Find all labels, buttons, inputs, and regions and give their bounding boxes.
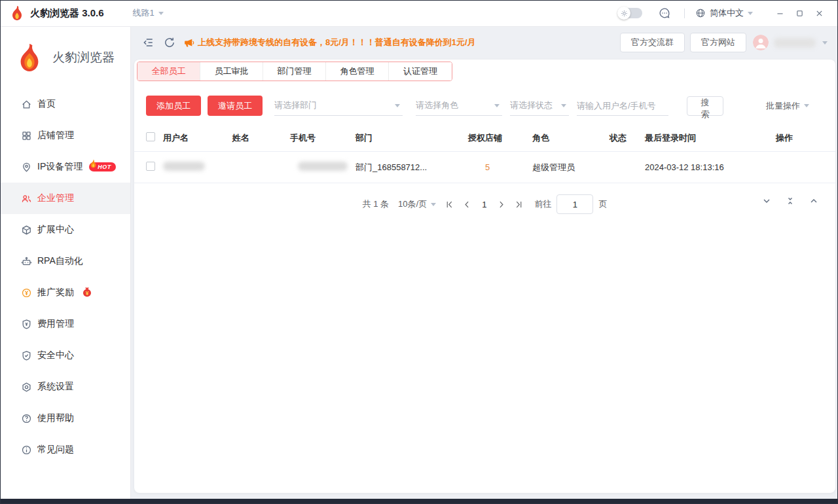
brand-flame-icon <box>14 43 45 73</box>
sidebar-item-faq[interactable]: 常见问题 <box>0 434 130 465</box>
tab-auth-management[interactable]: 认证管理 <box>389 62 452 81</box>
cell-last-login: 2024-03-12 18:13:16 <box>645 162 776 172</box>
sidebar-item-label: 企业管理 <box>37 192 74 204</box>
first-page-icon[interactable] <box>445 200 454 209</box>
tab-employee-approval[interactable]: 员工审批 <box>200 62 263 81</box>
table-row: 部门_168558712... 5 超级管理员 2024-03-12 18:13… <box>134 152 835 183</box>
tab-role-management[interactable]: 角色管理 <box>326 62 389 81</box>
next-page-icon[interactable] <box>497 200 505 209</box>
app-logo-flame-icon <box>9 5 25 21</box>
chevron-down-icon <box>494 104 500 107</box>
robot-icon <box>21 256 32 267</box>
panel-controls <box>748 196 818 206</box>
theme-toggle[interactable] <box>619 8 642 18</box>
shop-grid-icon <box>21 130 32 141</box>
hot-flame-icon <box>89 159 98 169</box>
filter-row: 添加员工 邀请员工 请选择部门 请选择角色 请选择状态 搜索 批量操作 <box>146 96 824 116</box>
line-selector[interactable]: 线路1 <box>133 7 164 19</box>
add-employee-button[interactable]: 添加员工 <box>146 96 201 116</box>
sidebar-item-security-center[interactable]: 安全中心 <box>0 340 130 371</box>
hot-badge-label: HOT <box>98 164 111 170</box>
chevron-up-icon[interactable] <box>809 196 818 206</box>
home-icon <box>21 99 32 110</box>
sidebar-item-enterprise[interactable]: 企业管理 <box>0 183 130 214</box>
cube-icon <box>21 225 32 236</box>
page-unit-label: 页 <box>598 198 607 210</box>
titlebar: 火豹浏览器 3.0.6 线路1 简体中文 <box>0 0 838 27</box>
main-area: 上线支持带跨境专线的自有设备，8元/月！！！普通自有设备降价到1元/月 官方交流… <box>132 27 838 499</box>
sun-icon <box>621 10 628 17</box>
tab-all-employees[interactable]: 全部员工 <box>137 62 200 81</box>
sidebar: 火豹浏览器 首页 店铺管理 IP设备管理 HOT 企业管理 扩展中心 <box>0 27 131 499</box>
sidebar-item-home[interactable]: 首页 <box>0 88 130 120</box>
chevron-down-icon[interactable] <box>762 196 771 206</box>
col-header-last-login: 最后登录时间 <box>645 132 776 144</box>
cell-shops-count[interactable]: 5 <box>468 162 532 172</box>
refresh-icon[interactable] <box>164 37 175 48</box>
invite-employee-button[interactable]: 邀请员工 <box>208 96 263 116</box>
brand-name: 火豹浏览器 <box>52 49 115 66</box>
select-all-checkbox[interactable] <box>146 132 155 141</box>
col-header-phone: 手机号 <box>290 132 355 144</box>
sidebar-brand: 火豹浏览器 <box>0 27 130 88</box>
close-button[interactable] <box>809 4 829 22</box>
billing-shield-icon <box>21 319 32 330</box>
col-header-shops: 授权店铺 <box>468 132 532 144</box>
megaphone-icon <box>183 37 194 48</box>
col-header-actions: 操作 <box>776 132 824 144</box>
cell-role: 超级管理员 <box>532 162 610 173</box>
goto-page-input[interactable] <box>556 194 593 214</box>
sidebar-item-shop-management[interactable]: 店铺管理 <box>0 120 130 151</box>
announcement-text: 上线支持带跨境专线的自有设备，8元/月！！！普通自有设备降价到1元/月 <box>198 37 476 48</box>
info-circle-icon <box>21 444 32 456</box>
main-toolbar: 上线支持带跨境专线的自有设备，8元/月！！！普通自有设备降价到1元/月 官方交流… <box>132 27 838 58</box>
role-select[interactable]: 请选择角色 <box>416 96 502 116</box>
collapse-sidebar-icon[interactable] <box>142 37 154 48</box>
chevron-down-icon[interactable] <box>822 41 828 45</box>
minimize-button[interactable] <box>770 4 790 22</box>
announcement-banner: 上线支持带跨境专线的自有设备，8元/月！！！普通自有设备降价到1元/月 <box>183 37 476 48</box>
sidebar-item-label: 常见问题 <box>37 444 74 456</box>
globe-icon <box>695 8 706 18</box>
chevron-down-icon <box>431 203 436 206</box>
divider <box>684 9 685 18</box>
sidebar-item-label: 费用管理 <box>37 318 74 330</box>
sidebar-item-system-settings[interactable]: 系统设置 <box>0 371 130 403</box>
last-page-icon[interactable] <box>515 200 523 209</box>
sidebar-item-extension-center[interactable]: 扩展中心 <box>0 214 130 245</box>
pagination: 共 1 条 10条/页 1 前往 页 <box>134 194 835 215</box>
official-website-button[interactable]: 官方网站 <box>690 33 746 52</box>
row-checkbox[interactable] <box>146 162 155 171</box>
collapse-vertical-icon[interactable] <box>786 196 795 206</box>
sidebar-item-help[interactable]: 使用帮助 <box>0 403 130 434</box>
search-button[interactable]: 搜索 <box>687 96 723 116</box>
sidebar-item-label: 首页 <box>37 98 56 110</box>
page-size-select[interactable]: 10条/页 <box>398 198 436 210</box>
phone-redacted <box>298 162 348 171</box>
status-select[interactable]: 请选择状态 <box>510 96 569 116</box>
people-icon <box>21 193 32 204</box>
page-number[interactable]: 1 <box>482 200 486 209</box>
bulk-actions-dropdown[interactable]: 批量操作 <box>766 100 809 112</box>
department-select[interactable]: 请选择部门 <box>274 96 403 116</box>
language-selector[interactable]: 简体中文 <box>695 7 753 19</box>
goto-label: 前往 <box>534 198 551 210</box>
avatar[interactable] <box>753 35 769 50</box>
sidebar-item-billing[interactable]: 费用管理 <box>0 308 130 340</box>
chevron-down-icon <box>395 104 400 107</box>
tab-department-management[interactable]: 部门管理 <box>263 62 326 81</box>
prev-page-icon[interactable] <box>463 200 471 209</box>
maximize-button[interactable] <box>790 4 809 22</box>
support-chat-icon[interactable] <box>658 7 671 20</box>
status-select-placeholder: 请选择状态 <box>510 99 553 111</box>
theme-toggle-knob <box>617 7 630 20</box>
gear-icon <box>21 382 32 393</box>
sidebar-item-ip-device[interactable]: IP设备管理 HOT <box>0 151 130 183</box>
line-selector-label: 线路1 <box>133 7 155 19</box>
sidebar-item-rpa-automation[interactable]: RPA自动化 <box>0 245 130 277</box>
search-input[interactable] <box>577 96 668 116</box>
sidebar-item-label: 系统设置 <box>37 381 74 393</box>
official-group-button[interactable]: 官方交流群 <box>620 33 685 52</box>
sidebar-item-promotion-reward[interactable]: 推广奖励 ¥ <box>0 277 130 308</box>
chevron-down-icon <box>748 12 753 15</box>
